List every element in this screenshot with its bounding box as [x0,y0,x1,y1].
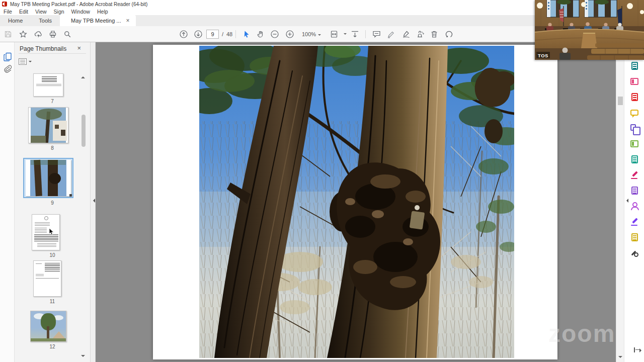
zoom-watermark: zoom [548,320,615,347]
convert-pdf-icon[interactable] [630,233,639,242]
panel-title: Page Thumbnails [20,45,66,52]
stamp-icon[interactable] [416,30,425,39]
tab-tools[interactable]: Tools [31,15,60,26]
thumbnail-options-icon[interactable] [19,58,27,65]
fit-page-caret-icon[interactable] [344,33,347,36]
fit-width-icon[interactable] [350,30,359,39]
thumbnail-number: 9 [15,200,90,206]
video-badge: TOS [538,53,548,58]
zoom-out-icon[interactable] [270,30,279,39]
fill-sign-icon[interactable] [630,170,639,179]
thumbnail-page-7[interactable] [33,73,63,97]
search-icon[interactable] [63,30,72,39]
scroll-down-icon[interactable] [618,356,622,360]
tab-home[interactable]: Home [0,15,31,26]
thumbnail-page-10[interactable] [32,214,60,250]
zoom-level-dropdown[interactable]: 100% [302,26,321,42]
attachments-icon[interactable] [4,64,12,75]
thumbnail-number: 11 [15,299,90,304]
comment-tool-icon[interactable] [630,108,639,117]
delete-pages-icon[interactable] [430,30,439,39]
edit-pdf-icon[interactable] [630,77,639,86]
thumbnail-page-12[interactable] [30,311,66,342]
export-pdf-icon[interactable] [630,61,639,70]
mouse-cursor [49,228,54,237]
star-icon[interactable] [19,30,28,39]
share-cloud-icon[interactable] [34,30,43,39]
thumbnail-page-9-selected[interactable] [23,158,73,198]
page-separator: / [222,26,223,42]
thumbnail-page-8[interactable] [28,107,68,143]
next-page-icon[interactable] [194,30,203,39]
thumb-scroll-up-icon[interactable] [81,74,85,78]
thumbnail-page-11[interactable] [33,260,61,297]
chevron-down-icon [318,34,321,37]
page-thumbnails-panel: Page Thumbnails × 7 8 9 [15,42,91,362]
window-title: May TPB Meeting Packet.pdf - Adobe Acrob… [10,2,147,7]
thumbnail-number: 10 [15,252,90,258]
thumbnail-number: 7 [15,99,90,104]
request-signatures-icon[interactable] [630,202,639,211]
page-number-input[interactable] [206,30,219,39]
document-view: zoom [96,42,624,362]
page-total: 48 [226,26,232,42]
panel-close-icon[interactable]: × [77,44,81,52]
combine-files-icon[interactable] [630,124,639,133]
tab-close-icon[interactable]: × [125,18,130,24]
sign-icon[interactable] [401,30,411,39]
nav-rail [0,42,15,362]
tools-rail [624,42,644,362]
acrobat-reader-icon [2,2,7,7]
document-scrollbar[interactable] [616,42,624,362]
fit-page-icon[interactable] [330,30,339,39]
select-tool-icon[interactable] [242,30,251,39]
scan-ocr-icon[interactable] [630,155,639,164]
page-thumbnails-icon[interactable] [4,52,12,63]
menu-sign[interactable]: Sign [50,8,68,15]
selection-handle [69,194,72,197]
previous-page-icon[interactable] [179,30,188,39]
more-tools-icon[interactable] [630,248,639,257]
panel-resize-strip[interactable] [91,42,96,362]
expand-tools-panel-icon[interactable] [624,199,628,203]
create-pdf-icon[interactable] [630,93,639,102]
thumbnail-number: 8 [15,145,90,151]
save-icon[interactable] [4,30,13,39]
pdf-page [153,45,557,359]
pdf-page-photo [199,46,514,358]
highlight-icon[interactable] [386,30,395,39]
menu-file[interactable]: File [0,8,16,15]
comment-icon[interactable] [372,30,381,39]
thumb-scrollbar[interactable] [82,115,86,147]
menu-help[interactable]: Help [94,8,112,15]
menu-edit[interactable]: Edit [16,8,32,15]
tab-document-label: May TPB Meeting ... [71,15,121,26]
menu-window[interactable]: Window [68,8,94,15]
tab-document[interactable]: May TPB Meeting ... × [60,15,135,26]
zoom-in-icon[interactable] [285,30,294,39]
organize-pages-icon[interactable] [630,139,639,148]
rotate-icon[interactable] [444,30,453,39]
council-chamber-video: TOS [535,0,644,60]
collapse-panel-icon[interactable] [91,199,95,203]
chevron-down-icon[interactable] [29,61,32,64]
prepare-form-icon[interactable] [630,186,639,195]
meeting-video-overlay: TOS [535,0,644,60]
menu-view[interactable]: View [32,8,50,15]
use-certificate-icon[interactable] [630,217,639,226]
document-scrollbar-thumb[interactable] [618,97,623,105]
hand-tool-icon[interactable] [256,30,265,39]
thumb-scroll-down-icon[interactable] [81,355,85,359]
print-icon[interactable] [48,30,57,39]
thumbnail-number: 12 [15,344,90,349]
